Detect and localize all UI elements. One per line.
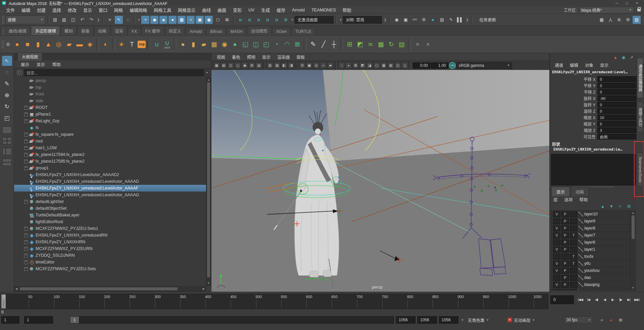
filter-icon[interactable] xyxy=(17,70,22,75)
outliner-item-ReLight_Grp[interactable]: +ReLight_Grp xyxy=(14,118,206,124)
wireframe-on-shaded-icon[interactable]: ◻ xyxy=(402,62,408,69)
layer-playback-toggle[interactable]: P xyxy=(561,240,569,245)
layer-playback-toggle[interactable]: P xyxy=(561,225,569,231)
safe-action-icon[interactable]: ▣ xyxy=(306,62,312,69)
expand-icon[interactable]: + xyxy=(24,139,28,143)
layer-visible-toggle[interactable]: V xyxy=(553,211,560,217)
shelf-tab-动画[interactable]: 动画 xyxy=(94,26,110,35)
symmetry-button[interactable]: ⊠ xyxy=(293,40,302,49)
tool-settings-icon[interactable]: ⚙ xyxy=(624,16,632,24)
layer-template-toggle[interactable] xyxy=(570,218,577,224)
active-surface-field[interactable]: 无激活曲面 xyxy=(295,16,334,24)
paint-select-tool[interactable]: ✎ xyxy=(2,79,12,89)
menu-窗口[interactable]: 窗口 xyxy=(95,6,111,14)
menu-编辑网格[interactable]: 编辑网格 xyxy=(126,6,150,14)
outliner-item-EHSKLFpvZY_LNXIXH:LevelActor_AAAAD2[interactable]: EHSKLFpvZY_LNXIXH:LevelActor_AAAAD2 xyxy=(14,171,206,178)
expand-icon[interactable]: + xyxy=(24,234,28,237)
color-managed-toggle[interactable]: ON xyxy=(449,62,456,69)
cleanup-button[interactable]: × xyxy=(423,40,433,49)
go-to-start-button[interactable]: |◀◀ xyxy=(577,295,584,304)
expand-icon[interactable]: + xyxy=(24,153,28,157)
drag-handle[interactable] xyxy=(1,40,4,48)
spin-edge-button[interactable]: ↻ xyxy=(387,40,396,49)
exposure-field[interactable]: 0.00 xyxy=(413,63,430,69)
collapse-icon[interactable]: ❯ xyxy=(96,18,100,22)
lock-workspace-icon[interactable] xyxy=(637,9,641,11)
outliner-item-EHSKLFpvZY_LNXIXH_unreducedRN[interactable]: +EHSKLFpvZY_LNXIXH_unreducedRN xyxy=(14,232,206,239)
step-forward-frame-button[interactable]: ▶| xyxy=(625,295,633,304)
save-scene-icon[interactable]: ◫ xyxy=(69,16,77,24)
select-curves-icon[interactable]: ◈ xyxy=(159,16,167,24)
layer-visible-toggle[interactable] xyxy=(553,275,560,281)
combine-button[interactable]: ◫ xyxy=(251,40,260,49)
expand-icon[interactable]: + xyxy=(24,254,28,257)
snap-to-view-plane-icon[interactable]: ∪ xyxy=(273,16,281,24)
outliner-item-pPlane1[interactable]: +pPlane1 xyxy=(14,111,206,118)
layer-menu-帮助[interactable]: 帮助 xyxy=(576,196,591,203)
shelf-tab-Arnold[interactable]: Arnold xyxy=(186,28,206,35)
use-all-lights-icon[interactable]: ◩ xyxy=(359,62,366,69)
layout-four-pane[interactable] xyxy=(2,137,12,145)
arc-tool-button[interactable]: ◠ xyxy=(282,40,292,49)
animation-preferences-icon[interactable]: ⚙ xyxy=(617,316,624,324)
outliner-item-fs[interactable]: ∗fs xyxy=(14,124,206,131)
menu-帮助[interactable]: 帮助 xyxy=(339,6,355,14)
outliner-item-hair1_LOW[interactable]: +hair1_LOW xyxy=(14,145,206,151)
shelf-tab-FX 缓存[interactable]: FX 缓存 xyxy=(141,26,164,35)
layer-color-swatch[interactable] xyxy=(578,247,583,252)
expand-icon[interactable]: + xyxy=(24,133,28,136)
layer-row-yifu[interactable]: VPTyifu xyxy=(551,260,630,267)
delete-edge-button[interactable]: × xyxy=(413,40,422,49)
expand-icon[interactable]: + xyxy=(24,227,28,231)
outliner-tab[interactable]: 大纲视图 xyxy=(17,52,42,60)
maximize-button[interactable]: □ xyxy=(622,0,632,6)
expand-icon[interactable]: + xyxy=(24,200,28,204)
snap-to-grid-icon[interactable]: ∪ xyxy=(236,16,244,24)
layer-playback-toggle[interactable]: P xyxy=(561,211,569,217)
task-update-menu[interactable]: 任务更新 xyxy=(479,16,496,23)
shelf-tab-FX[interactable]: FX xyxy=(128,28,141,35)
expand-icon[interactable]: + xyxy=(24,106,28,110)
layer-template-toggle[interactable] xyxy=(570,240,577,245)
menu-网格显示[interactable]: 网格显示 xyxy=(175,6,199,14)
side-tab-通道盒/层编辑器[interactable]: 通道盒/层编辑器 xyxy=(637,58,643,98)
step-back-key-button[interactable]: ◀| xyxy=(593,295,600,304)
channel-menu-对象[interactable]: 对象 xyxy=(582,62,597,68)
outliner-item-fx_plane117595:fx_plane2[interactable]: +fx_plane117595:fx_plane2 xyxy=(14,158,206,165)
shelf-menu-gear-icon[interactable]: ⚙ xyxy=(5,42,11,47)
layer-visible-toggle[interactable]: V xyxy=(553,268,560,274)
move-layer-up-icon[interactable]: ▲ xyxy=(600,204,606,209)
channel-value-field[interactable]: 5 xyxy=(597,121,637,127)
hypershade-icon[interactable]: ● xyxy=(429,16,437,24)
ambient-occlusion-icon[interactable]: ▢ xyxy=(374,62,380,69)
shelf-tab-XGen[interactable]: XGen xyxy=(272,28,291,35)
menu-创建[interactable]: 创建 xyxy=(34,6,49,14)
menu-显示[interactable]: 显示 xyxy=(80,6,95,14)
shelf-tab-曲线/曲面[interactable]: 曲线/曲面 xyxy=(5,26,31,35)
outliner-item-timeEditor[interactable]: +timeEditor xyxy=(14,259,206,265)
shadows-icon[interactable]: ◪ xyxy=(366,62,373,69)
menu-缓存[interactable]: 缓存 xyxy=(273,6,289,14)
layer-row-layer9[interactable]: Player9 xyxy=(551,218,630,225)
render-settings-icon[interactable]: ⚙ xyxy=(420,16,428,24)
outliner-item-ROOT[interactable]: +ROOT xyxy=(14,104,206,111)
layer-template-toggle[interactable] xyxy=(570,268,577,274)
range-slider-handle[interactable]: 1 xyxy=(70,317,79,323)
channel-value-field[interactable]: 10 xyxy=(597,115,637,120)
channel-stats-icon[interactable]: ◉ xyxy=(621,54,627,60)
outliner-item-TurtleDefaultBakeLayer[interactable]: TurtleDefaultBakeLayer xyxy=(14,212,206,218)
outliner-item-MCXFZZFMWXZ_PYJZEU:Sets1[interactable]: +MCXFZZFMWXZ_PYJZEU:Sets1 xyxy=(14,225,206,232)
viewport-menu-显示[interactable]: 显示 xyxy=(259,54,274,60)
layer-visible-toggle[interactable]: V xyxy=(553,282,560,288)
layer-row-dao[interactable]: Pdao xyxy=(551,274,630,281)
character-controls-icon[interactable]: 人 xyxy=(606,16,614,24)
outliner-item-EHSKLFpvZY_LNXIXH_unreduced:LevelActor_AAAAG[interactable]: EHSKLFpvZY_LNXIXH_unreduced:LevelActor_A… xyxy=(14,192,206,198)
go-to-end-button[interactable]: ▶▶| xyxy=(633,295,641,304)
collapse-icon[interactable]: ❯ xyxy=(465,18,469,22)
shelf-tab-MASH[interactable]: MASH xyxy=(227,28,247,35)
chevron-down-icon[interactable]: ▼ xyxy=(461,316,464,324)
select-surfaces-icon[interactable]: ● xyxy=(168,16,177,24)
wireframe-icon[interactable]: ◔ xyxy=(338,62,345,69)
layer-template-toggle[interactable] xyxy=(570,211,577,217)
quad-draw-button[interactable]: ✎ xyxy=(308,40,318,49)
